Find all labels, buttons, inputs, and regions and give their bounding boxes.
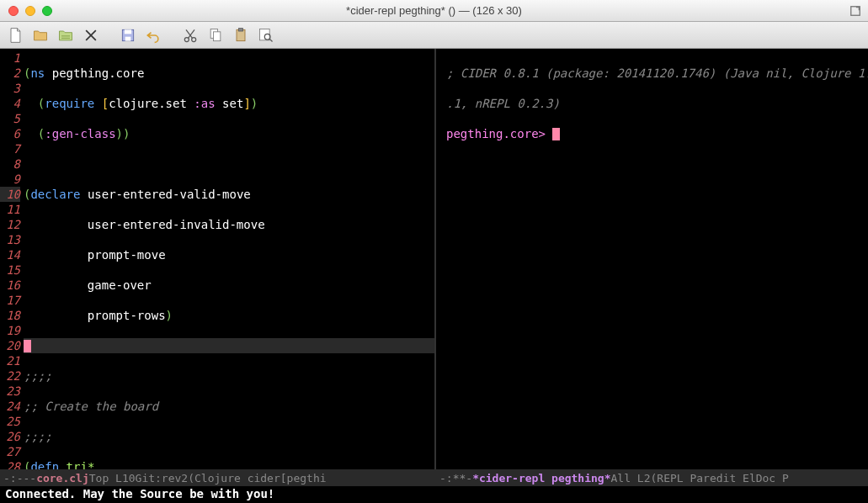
maximize-icon[interactable] — [849, 5, 861, 17]
right-code[interactable]: . . ; CIDER 0.8.1 (package: 20141120.174… — [436, 49, 868, 469]
gutter-line: 14 — [0, 247, 20, 262]
gutter-line: 23 — [0, 384, 20, 399]
right-gutter: . . — [436, 49, 446, 469]
repl-banner: ; CIDER 0.8.1 (package: 20141120.1746) (… — [446, 66, 868, 80]
paste-button[interactable] — [231, 25, 251, 45]
mode-indicator: (Clojure cider[pegthi — [188, 472, 326, 484]
gutter-line: 22 — [0, 368, 20, 384]
repl-prompt: pegthing.core> — [446, 127, 552, 140]
gutter-line: 3 — [0, 81, 20, 96]
undo-button[interactable] — [143, 25, 163, 45]
modeline-status: -:**- — [439, 472, 472, 484]
window-title: *cider-repl pegthing* () — (126 x 30) — [346, 4, 522, 17]
editor-area: 1 2 3 4 5 6 7 8 9 10 11 12 13 14 15 16 1… — [0, 49, 868, 469]
svg-rect-15 — [239, 28, 243, 30]
gutter-line: 15 — [0, 262, 20, 278]
gutter-line: 10 — [0, 187, 20, 202]
svg-rect-16 — [260, 29, 270, 40]
gutter-line: 25 — [0, 414, 20, 429]
toolbar — [0, 22, 868, 49]
zoom-window-button[interactable] — [42, 6, 52, 16]
gutter-line: 20 — [0, 338, 20, 353]
svg-rect-7 — [125, 36, 131, 40]
cursor-line — [24, 338, 434, 353]
gutter-line: 16 — [0, 278, 20, 293]
titlebar: *cider-repl pegthing* () — (126 x 30) — [0, 0, 868, 22]
gutter-line: 8 — [0, 156, 20, 172]
mode-indicator: (REPL Paredit ElDoc P — [650, 472, 788, 484]
gutter-line: 12 — [0, 217, 20, 232]
minibuffer[interactable]: Connected. May the Source be with you! — [0, 486, 868, 503]
dired-button[interactable] — [56, 25, 76, 45]
cursor-icon — [552, 128, 560, 140]
buffer-name: core.clj — [36, 472, 89, 484]
cursor-icon — [24, 340, 31, 352]
buffer-name: *cider-repl pegthing* — [472, 472, 610, 484]
modelines: -:--- core.clj Top L10 Git:rev2 (Clojure… — [0, 469, 868, 486]
new-file-button[interactable] — [5, 25, 25, 45]
search-button[interactable] — [256, 25, 276, 45]
left-modeline[interactable]: -:--- core.clj Top L10 Git:rev2 (Clojure… — [0, 469, 436, 486]
gutter-line: 21 — [0, 353, 20, 368]
left-gutter: 1 2 3 4 5 6 7 8 9 10 11 12 13 14 15 16 1… — [0, 49, 24, 469]
traffic-lights — [0, 6, 52, 16]
close-window-button[interactable] — [8, 6, 19, 16]
left-pane: 1 2 3 4 5 6 7 8 9 10 11 12 13 14 15 16 1… — [0, 49, 436, 469]
kill-buffer-button[interactable] — [81, 25, 101, 45]
gutter-line: 26 — [0, 429, 20, 444]
gutter-line: 28 — [0, 459, 20, 469]
position-indicator: All L2 — [611, 472, 651, 484]
save-button[interactable] — [118, 25, 138, 45]
left-code-body[interactable]: (ns pegthing.core (require [clojure.set … — [24, 49, 434, 469]
gutter-line: 1 — [0, 50, 20, 66]
gutter-line: 13 — [0, 232, 20, 247]
svg-rect-13 — [214, 31, 221, 40]
gutter-line: 9 — [0, 172, 20, 187]
svg-rect-6 — [125, 29, 131, 34]
gutter-line: 18 — [0, 308, 20, 323]
repl-banner: .1, nREPL 0.2.3) — [446, 97, 560, 110]
gutter-line: 2 — [0, 66, 20, 81]
gutter-line: 7 — [0, 141, 20, 156]
gutter-line: 17 — [0, 293, 20, 308]
vc-indicator: Git:rev2 — [136, 472, 189, 484]
position-indicator: Top L10 — [89, 472, 136, 484]
right-pane: . . ; CIDER 0.8.1 (package: 20141120.174… — [436, 49, 868, 469]
gutter-line: 27 — [0, 444, 20, 459]
modeline-status: -:--- — [3, 472, 36, 484]
copy-button[interactable] — [205, 25, 226, 45]
gutter-line: 19 — [0, 323, 20, 338]
gutter-line: 4 — [0, 96, 20, 111]
gutter-line: 5 — [0, 111, 20, 126]
cut-button[interactable] — [180, 25, 200, 45]
left-code[interactable]: 1 2 3 4 5 6 7 8 9 10 11 12 13 14 15 16 1… — [0, 49, 434, 469]
right-modeline[interactable]: -:**- *cider-repl pegthing* All L2 (REPL… — [436, 469, 868, 486]
svg-rect-0 — [851, 6, 860, 15]
minimize-window-button[interactable] — [25, 6, 35, 16]
svg-line-18 — [269, 39, 272, 41]
open-file-button[interactable] — [30, 25, 51, 45]
gutter-line: 11 — [0, 202, 20, 217]
gutter-line: 6 — [0, 126, 20, 141]
gutter-line: 24 — [0, 399, 20, 414]
repl-body[interactable]: ; CIDER 0.8.1 (package: 20141120.1746) (… — [446, 49, 868, 469]
